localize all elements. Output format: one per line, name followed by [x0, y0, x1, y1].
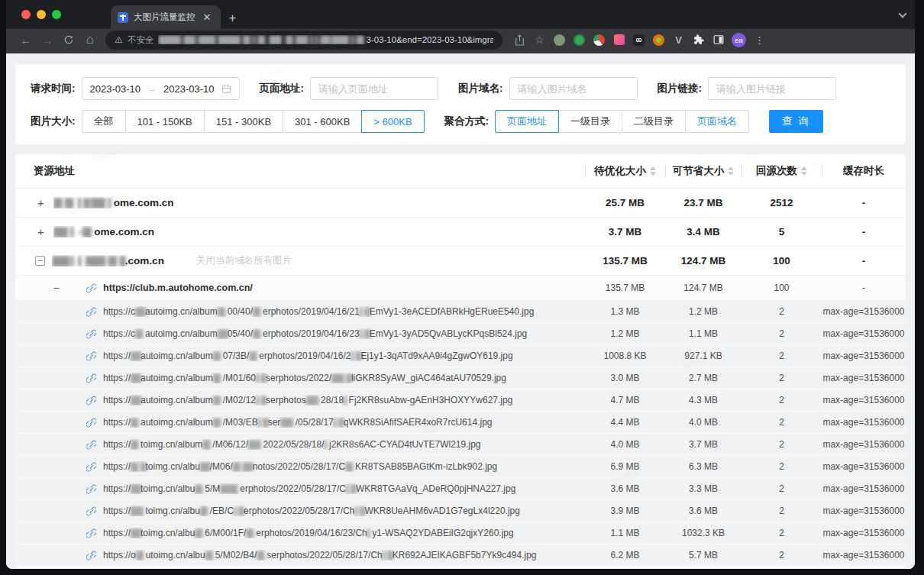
size-option[interactable]: 101 - 150KB: [125, 110, 205, 133]
savable-size-cell: 4.3 MB: [665, 395, 741, 405]
savable-size-cell: 927.1 KB: [665, 350, 741, 361]
extension-icon-4[interactable]: [612, 34, 625, 47]
column-header[interactable]: 待优化大小: [585, 164, 665, 178]
extension-icon-2[interactable]: [573, 34, 586, 47]
page-url-input[interactable]: [310, 77, 438, 100]
close-domain-images-link[interactable]: 关闭当前域名所有图片: [196, 254, 292, 267]
table-row: +██▌▌ ▪▪█▌ome.com.cn3.7 MB3.4 MB5-: [15, 218, 906, 247]
search-button[interactable]: 查 询: [769, 110, 823, 133]
origin-count-cell: 2: [741, 528, 822, 538]
resource-url-text[interactable]: https://c█▌autoimg.cn/album██05/40/█▌erp…: [103, 328, 527, 339]
resource-url-text[interactable]: https://█▌toimg.cn/album█▌/M06/12/██▌202…: [103, 439, 481, 450]
minimize-window-button[interactable]: [37, 10, 46, 19]
tab-favicon-icon: [118, 12, 128, 23]
forward-button[interactable]: →: [38, 31, 57, 49]
resource-cell: −███ ▌ ▌ ███▌█▌█.com.cn关闭当前域名所有图片: [15, 254, 585, 267]
sort-carets-icon[interactable]: [728, 166, 734, 176]
zoom-window-button[interactable]: [52, 10, 61, 19]
origin-count-cell: 2: [741, 550, 822, 560]
table-row: https://o█▌utoimg.cn/albu█▌5/M02/B4/█▌se…: [15, 544, 906, 567]
size-option[interactable]: 151 - 300KB: [204, 110, 283, 133]
new-tab-button[interactable]: +: [228, 11, 236, 24]
link-icon: [86, 418, 96, 428]
cache-ttl-cell: max-age=31536000: [822, 328, 906, 339]
img-link-input[interactable]: [708, 77, 836, 100]
collapse-icon[interactable]: −: [50, 283, 62, 294]
resource-cell: +█▌█▌ ▌█ ██▌▌ome.com.cn: [15, 197, 585, 208]
tab-close-icon[interactable]: ✕: [201, 11, 214, 23]
origin-count-cell: 100: [741, 255, 822, 267]
date-range-picker[interactable]: 2023-03-10 → 2023-03-10: [82, 77, 240, 100]
resource-cell: https://██toimg.cn/albu█▌6/M00/1F/█▌erph…: [15, 528, 585, 538]
resource-url-text[interactable]: https://██autoimg.cn/album█▌/M01/60▌█ser…: [103, 373, 506, 383]
agg-option[interactable]: 一级目录: [558, 110, 622, 133]
savable-size-cell: 3.3 MB: [665, 483, 741, 494]
cache-ttl-cell: max-age=31536000: [822, 417, 906, 428]
home-button[interactable]: ⌂: [81, 31, 99, 49]
resource-url-text[interactable]: https://club.m.autohome.com.cn/: [103, 283, 253, 293]
column-header[interactable]: 可节省大小: [665, 164, 741, 178]
sort-carets-icon[interactable]: [650, 166, 656, 176]
origin-count-cell: 2: [741, 461, 822, 472]
bookmark-star-button[interactable]: ☆: [533, 34, 546, 47]
expand-icon[interactable]: +: [35, 226, 47, 237]
table-row: https://█▌█toimg.cn/albu██/M06/█▌██notos…: [15, 456, 906, 478]
origin-count-cell: 100: [741, 283, 822, 293]
extension-icon-5[interactable]: ꙭ: [632, 34, 645, 47]
close-window-button[interactable]: [21, 10, 31, 19]
resource-url-text[interactable]: https://c██autoimg.cn/album█▌00/40/█▌erp…: [103, 306, 534, 317]
reload-button[interactable]: [60, 31, 78, 49]
split-screen-icon[interactable]: [712, 34, 725, 47]
extension-icon-7[interactable]: V: [672, 34, 685, 47]
address-bar[interactable]: 不安全 ████▌██▌███▌████▌█▌▌█▌ ██▌ █▌██▌▌▌██…: [105, 31, 502, 50]
agg-label: 聚合方式:: [444, 115, 489, 128]
resource-url-text[interactable]: https://██autoimg.cn/album█▌/M02/12▌█ser…: [103, 395, 512, 405]
profile-avatar[interactable]: ea: [732, 33, 746, 47]
traffic-lights[interactable]: [21, 10, 61, 19]
browser-tab[interactable]: 大图片流量监控 ✕: [111, 5, 221, 29]
savable-size-cell: 124.7 MB: [665, 255, 741, 267]
origin-count-cell: 2: [741, 306, 822, 317]
column-label: 回源次数: [756, 164, 797, 178]
date-end[interactable]: 2023-03-10: [163, 83, 215, 95]
extension-icon-6[interactable]: [652, 34, 665, 47]
column-header[interactable]: 回源次数: [741, 164, 822, 178]
date-start[interactable]: 2023-03-10: [90, 83, 141, 95]
back-button[interactable]: ←: [17, 31, 35, 49]
tab-search-chevron-icon[interactable]: [900, 11, 906, 17]
browser-menu-button[interactable]: ⋮: [753, 34, 766, 47]
collapse-icon[interactable]: −: [35, 256, 45, 266]
resource-url-text[interactable]: https://██toimg.cn/albu█▌5/M███▌erphotos…: [103, 483, 515, 494]
optimize-size-cell: 4.0 MB: [585, 439, 665, 450]
cache-ttl-cell: -: [822, 255, 906, 267]
img-domain-input[interactable]: [509, 77, 638, 100]
table-row: https://█▌autoimg.cn/album█▌/M03/EB▌█ser…: [15, 412, 906, 434]
img-size-label: 图片大小:: [31, 115, 76, 128]
size-option[interactable]: 全部: [82, 110, 126, 133]
extensions-puzzle-icon[interactable]: [692, 34, 705, 47]
agg-option[interactable]: 页面地址: [495, 110, 559, 133]
img-size-group: 全部101 - 150KB151 - 300KB301 - 600KB> 600…: [82, 110, 425, 133]
resource-url-text[interactable]: https://██toimg.cn/albu█▌6/M00/1F/█▌erph…: [103, 528, 514, 538]
resource-url-text[interactable]: https://██autoimg.cn/album█▌07/3B/█▌erph…: [103, 350, 513, 361]
extension-icon-1[interactable]: [553, 34, 566, 47]
agg-option[interactable]: 页面域名: [685, 110, 749, 133]
optimize-size-cell: 25.7 MB: [585, 197, 665, 208]
size-option[interactable]: > 600KB: [361, 110, 424, 133]
extension-icon-3[interactable]: [593, 34, 606, 47]
size-option[interactable]: 301 - 600KB: [283, 110, 362, 133]
resource-url-text[interactable]: https://█▌autoimg.cn/album█▌/M03/EB▌█ser…: [103, 417, 492, 428]
resource-url-text[interactable]: https://██▌toimg.cn/albu█▌/EB/C▌█erphoto…: [103, 506, 520, 516]
resource-url-text[interactable]: https://█▌█toimg.cn/albu██/M06/█▌██notos…: [103, 461, 497, 472]
optimize-size-cell: 3.7 MB: [585, 226, 665, 237]
optimize-size-cell: 4.4 MB: [585, 417, 665, 428]
table-row: https://██▌toimg.cn/albu█▌/EB/C▌█erphoto…: [15, 500, 906, 522]
sort-carets-icon[interactable]: [801, 166, 807, 176]
savable-size-cell: 1.2 MB: [665, 306, 741, 317]
share-button[interactable]: [513, 34, 526, 47]
expand-icon[interactable]: +: [35, 197, 47, 208]
savable-size-cell: 3.6 MB: [665, 506, 741, 516]
savable-size-cell: 2.7 MB: [665, 373, 741, 383]
resource-url-text[interactable]: https://o█▌utoimg.cn/albu█▌5/M02/B4/█▌se…: [103, 550, 537, 560]
agg-option[interactable]: 二级目录: [622, 110, 686, 133]
